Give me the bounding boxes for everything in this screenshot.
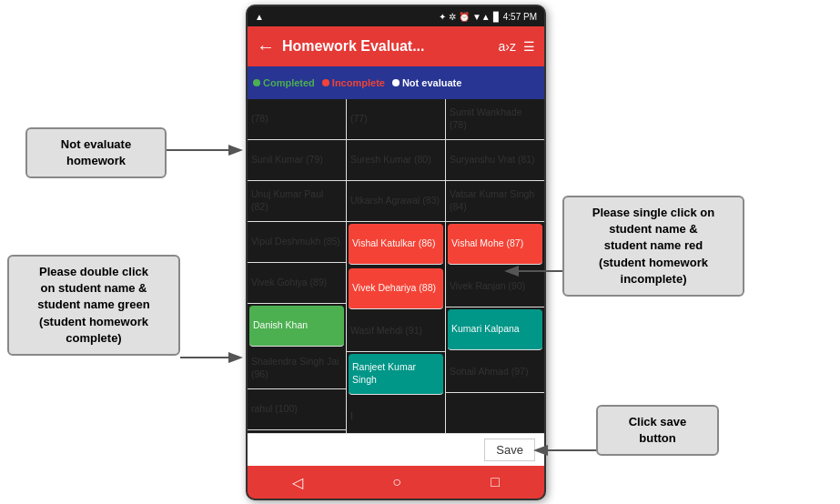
save-button[interactable]: Save <box>484 438 535 461</box>
app-bar-icons: a›z ☰ <box>499 39 535 54</box>
battery-icon: ▊ <box>493 12 501 22</box>
back-button[interactable]: ← <box>257 36 275 57</box>
status-bar: ▲ ✦ ✲ ⏰ ▼▲ ▊ 4:57 PM <box>248 6 544 26</box>
nav-back[interactable]: ◁ <box>292 474 303 491</box>
tab-incomplete[interactable]: Incomplete <box>322 77 385 88</box>
completed-dot <box>253 79 260 86</box>
signal-icon: ▼▲ <box>472 12 491 22</box>
cell-c2-2[interactable]: Utkarsh Agrawal (83) <box>347 181 445 222</box>
status-icons: ✦ ✲ ⏰ ▼▲ ▊ 4:57 PM <box>439 12 537 22</box>
alarm-icon: ⏰ <box>459 12 470 22</box>
column-3: Sumit Wankhade (78) Suryanshu Vrat (81) … <box>446 99 544 466</box>
cell-c3-2[interactable]: Vatsar Kumar Singh (84) <box>446 181 544 222</box>
column-2: (77) Suresh Kumar (80) Utkarsh Agrawal (… <box>347 99 446 466</box>
nav-home[interactable]: ○ <box>392 474 401 490</box>
tab-not-evaluate[interactable]: Not evaluate <box>392 77 461 88</box>
tab-completed-label: Completed <box>263 77 315 88</box>
cell-c3-0[interactable]: Sumit Wankhade (78) <box>446 99 544 140</box>
app-bar: ← Homework Evaluat... a›z ☰ <box>248 26 544 66</box>
arrow-double-click <box>180 350 253 365</box>
cell-c2-6[interactable]: Ranjeet Kumar Singh <box>349 354 443 395</box>
cell-c1-3[interactable]: Vipul Deshmukh (85) <box>248 222 346 263</box>
cell-c2-3[interactable]: Vishal Katulkar (86) <box>349 224 443 265</box>
cell-c2-7[interactable]: I <box>347 397 445 438</box>
cell-c1-7[interactable]: rahul (100) <box>248 389 346 430</box>
arrow-single-click <box>503 264 567 278</box>
cell-c1-1[interactable]: Sunil Kumar (79) <box>248 140 346 181</box>
cell-c1-6[interactable]: Shailendra Singh Jai (96) <box>248 348 346 389</box>
save-row: Save <box>248 433 544 466</box>
tab-completed[interactable]: Completed <box>253 77 315 88</box>
cell-c1-5[interactable]: Danish Khan <box>249 306 344 347</box>
phone-frame: ▲ ✦ ✲ ⏰ ▼▲ ▊ 4:57 PM ← Homework Evaluat.… <box>246 5 546 500</box>
cell-c2-0[interactable]: (77) <box>347 99 445 140</box>
single-click-annotation: Please single click onstudent name &stud… <box>562 196 744 297</box>
cell-c1-0[interactable]: (78) <box>248 99 346 140</box>
student-list: (78) Sunil Kumar (79) Unuj Kumar Paul (8… <box>248 99 544 466</box>
arrow-not-evaluate <box>167 141 253 159</box>
column-1: (78) Sunil Kumar (79) Unuj Kumar Paul (8… <box>248 99 347 466</box>
tab-not-evaluate-label: Not evaluate <box>402 77 461 88</box>
not-evaluate-annotation: Not evaluate homework <box>25 127 167 178</box>
app-title: Homework Evaluat... <box>282 38 491 55</box>
status-left: ▲ <box>255 12 264 22</box>
tab-bar: Completed Incomplete Not evaluate <box>248 66 544 99</box>
bottom-nav: ◁ ○ □ <box>248 466 544 499</box>
cell-c1-2[interactable]: Unuj Kumar Paul (82) <box>248 181 346 222</box>
bluetooth-icon: ✦ <box>439 12 446 22</box>
cell-c2-4[interactable]: Vivek Dehariya (88) <box>349 268 443 309</box>
cell-c3-6[interactable]: Sohail Ahmad (97) <box>446 352 544 393</box>
tab-incomplete-label: Incomplete <box>332 77 385 88</box>
incomplete-dot <box>322 79 329 86</box>
cell-c3-5[interactable]: Kumari Kalpana <box>448 309 542 350</box>
arrow-save <box>532 443 601 458</box>
cell-c3-1[interactable]: Suryanshu Vrat (81) <box>446 140 544 181</box>
menu-icon[interactable]: ☰ <box>523 39 535 54</box>
not-evaluate-dot <box>392 79 400 86</box>
cell-c2-1[interactable]: Suresh Kumar (80) <box>347 140 445 181</box>
cell-c2-5[interactable]: Wasif Mehdi (91) <box>347 311 445 352</box>
time-display: 4:57 PM <box>503 12 537 22</box>
cell-c3-3[interactable]: Vishal Mohe (87) <box>448 224 542 265</box>
nav-recent[interactable]: □ <box>491 474 500 490</box>
double-click-annotation: Please double clickon student name &stud… <box>7 255 180 356</box>
save-button-annotation: Click savebutton <box>596 405 719 456</box>
language-icon[interactable]: a›z <box>499 39 516 54</box>
cell-c1-4[interactable]: Vivek Gohiya (89) <box>248 263 346 304</box>
wifi-icon: ✲ <box>449 12 456 22</box>
